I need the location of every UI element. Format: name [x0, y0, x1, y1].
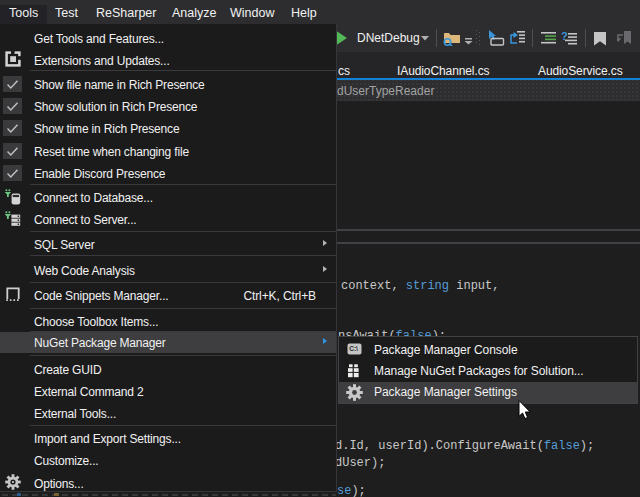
svg-text:C:\: C:\ — [349, 345, 358, 352]
